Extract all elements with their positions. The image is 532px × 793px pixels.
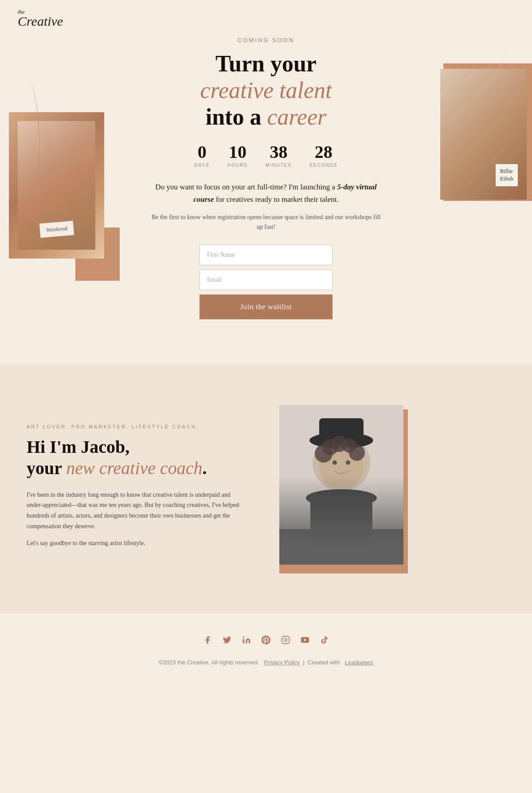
footer-copyright: ©2023 the Creative. All rights reserved.… bbox=[18, 659, 514, 666]
twitter-icon[interactable] bbox=[223, 636, 231, 647]
svg-point-7 bbox=[306, 489, 377, 507]
coming-soon-label: COMING SOON bbox=[151, 37, 381, 43]
about-title-line2-prefix: your bbox=[27, 458, 66, 478]
instagram-icon[interactable] bbox=[281, 636, 290, 647]
hero-title-italic2: career bbox=[267, 104, 326, 130]
about-body1: I've been in the industry long enough to… bbox=[27, 490, 239, 532]
youtube-icon[interactable] bbox=[301, 636, 309, 647]
countdown-days: 0 DAYS bbox=[194, 143, 210, 168]
hero-desc-prefix: Do you want to focus on your art full-ti… bbox=[155, 183, 337, 191]
right-photo-image: BillieEilish bbox=[440, 69, 527, 200]
footer: ©2023 the Creative. All rights reserved.… bbox=[0, 613, 532, 679]
svg-point-8 bbox=[332, 460, 337, 465]
hero-title: Turn your creative talent into a career bbox=[151, 51, 381, 130]
hero-content: COMING SOON Turn your creative talent in… bbox=[151, 37, 381, 319]
countdown-days-value: 0 bbox=[194, 143, 210, 161]
copyright-text: ©2023 the Creative. All rights reserved. bbox=[159, 659, 259, 666]
leadpages-link[interactable]: Leadpages bbox=[345, 659, 373, 666]
about-body2: Let's say goodbye to the starving artist… bbox=[27, 538, 239, 549]
first-name-input[interactable] bbox=[200, 245, 332, 265]
countdown-minutes-value: 38 bbox=[266, 143, 292, 161]
hero-description: Do you want to focus on your art full-ti… bbox=[151, 181, 381, 205]
linkedin-icon[interactable] bbox=[242, 636, 251, 647]
facebook-icon[interactable] bbox=[203, 636, 212, 647]
countdown-seconds-value: 28 bbox=[309, 143, 337, 161]
svg-point-14 bbox=[349, 445, 365, 461]
svg-point-9 bbox=[346, 460, 350, 465]
countdown-seconds: 28 SECONDS bbox=[309, 143, 337, 168]
waitlist-form: Join the waitlist bbox=[200, 245, 332, 319]
about-person-svg bbox=[279, 405, 403, 565]
about-title: Hi I'm Jacob, your new creative coach. bbox=[27, 436, 239, 479]
join-waitlist-button[interactable]: Join the waitlist bbox=[200, 294, 332, 319]
left-photo-image bbox=[9, 112, 104, 259]
countdown: 0 DAYS 10 HOURS 38 MINUTES 28 SECONDS bbox=[151, 143, 381, 168]
tiktok-icon[interactable] bbox=[320, 636, 329, 647]
logo-creative: Creative bbox=[18, 15, 514, 28]
deco-right-photo: BillieEilish bbox=[440, 69, 527, 200]
svg-rect-17 bbox=[282, 636, 289, 644]
header: the Creative bbox=[0, 0, 532, 37]
about-image-photo bbox=[279, 405, 403, 565]
logo: the Creative bbox=[18, 9, 514, 28]
about-content: ART LOVER. PRO MARKETER. LIFESTYLE COACH… bbox=[27, 424, 239, 555]
countdown-minutes-label: MINUTES bbox=[266, 163, 292, 168]
about-title-prefix: Hi I'm Jacob, bbox=[27, 437, 129, 457]
social-links bbox=[18, 636, 514, 647]
svg-rect-15 bbox=[279, 529, 403, 565]
hero-section: BillieEilish COMING SOON Turn your creat… bbox=[0, 37, 532, 347]
deco-left-photo bbox=[9, 112, 104, 259]
hero-title-line1: Turn your bbox=[215, 51, 317, 76]
about-image-container bbox=[266, 400, 408, 578]
countdown-seconds-label: SECONDS bbox=[309, 163, 337, 168]
billie-label: BillieEilish bbox=[496, 164, 518, 186]
email-input[interactable] bbox=[200, 270, 332, 290]
hero-title-line2: into a bbox=[206, 104, 262, 130]
countdown-minutes: 38 MINUTES bbox=[266, 143, 292, 168]
countdown-hours-label: HOURS bbox=[227, 163, 248, 168]
pinterest-icon[interactable] bbox=[262, 636, 270, 647]
created-with-text: Created with bbox=[308, 659, 340, 666]
about-tagline: ART LOVER. PRO MARKETER. LIFESTYLE COACH… bbox=[27, 424, 239, 429]
countdown-hours: 10 HOURS bbox=[227, 143, 248, 168]
hero-title-italic1: creative talent bbox=[200, 78, 332, 103]
hero-subtext: Be the first to know when registration o… bbox=[151, 212, 381, 232]
svg-rect-1 bbox=[310, 494, 372, 565]
privacy-policy-link[interactable]: Privacy Policy bbox=[264, 659, 300, 666]
logo-the: the bbox=[18, 9, 514, 15]
hero-desc-suffix: for creatives ready to market their tale… bbox=[214, 195, 338, 204]
about-section: ART LOVER. PRO MARKETER. LIFESTYLE COACH… bbox=[0, 365, 532, 613]
countdown-days-label: DAYS bbox=[194, 163, 210, 168]
about-photo-image bbox=[279, 405, 403, 565]
countdown-hours-value: 10 bbox=[227, 143, 248, 161]
svg-rect-6 bbox=[333, 487, 349, 500]
about-title-suffix: . bbox=[203, 458, 207, 478]
about-title-italic: new creative coach bbox=[66, 458, 202, 478]
svg-point-16 bbox=[243, 636, 244, 638]
